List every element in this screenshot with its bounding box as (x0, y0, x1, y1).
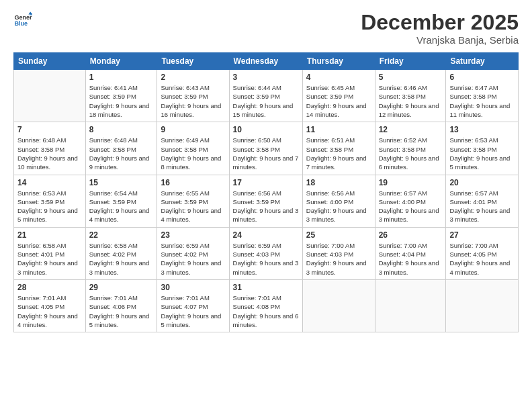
day-number: 4 (306, 73, 371, 82)
day-cell: 1Sunrise: 6:41 AM Sunset: 3:59 PM Daylig… (85, 70, 157, 122)
day-info: Sunrise: 7:01 AM Sunset: 4:06 PM Dayligh… (89, 293, 154, 329)
day-cell: 28Sunrise: 7:01 AM Sunset: 4:05 PM Dayli… (14, 279, 86, 332)
day-info: Sunrise: 7:00 AM Sunset: 4:04 PM Dayligh… (379, 241, 443, 277)
day-cell: 12Sunrise: 6:52 AM Sunset: 3:58 PM Dayli… (375, 122, 446, 175)
day-cell (14, 70, 86, 122)
day-number: 29 (89, 283, 154, 292)
day-cell: 13Sunrise: 6:53 AM Sunset: 3:58 PM Dayli… (446, 122, 519, 175)
col-monday: Monday (85, 53, 157, 70)
day-info: Sunrise: 6:41 AM Sunset: 3:59 PM Dayligh… (89, 83, 154, 119)
logo-icon: General Blue (13, 11, 32, 30)
day-number: 23 (161, 230, 225, 240)
day-info: Sunrise: 7:00 AM Sunset: 4:03 PM Dayligh… (306, 241, 371, 277)
day-number: 19 (379, 178, 443, 187)
day-info: Sunrise: 6:48 AM Sunset: 3:58 PM Dayligh… (89, 136, 154, 171)
day-cell: 21Sunrise: 6:58 AM Sunset: 4:01 PM Dayli… (14, 227, 86, 279)
day-cell: 18Sunrise: 6:56 AM Sunset: 4:00 PM Dayli… (302, 175, 375, 227)
day-number: 16 (161, 178, 225, 187)
day-info: Sunrise: 6:59 AM Sunset: 4:02 PM Dayligh… (161, 241, 225, 277)
day-number: 24 (233, 230, 299, 240)
day-info: Sunrise: 6:59 AM Sunset: 4:03 PM Dayligh… (233, 241, 299, 277)
day-cell: 8Sunrise: 6:48 AM Sunset: 3:58 PM Daylig… (85, 122, 157, 175)
day-info: Sunrise: 7:01 AM Sunset: 4:05 PM Dayligh… (17, 293, 82, 329)
day-number: 25 (306, 230, 371, 240)
day-number: 3 (233, 73, 299, 82)
calendar-table: Sunday Monday Tuesday Wednesday Thursday… (13, 52, 519, 332)
day-number: 6 (449, 73, 515, 82)
day-info: Sunrise: 6:52 AM Sunset: 3:58 PM Dayligh… (379, 136, 443, 171)
day-info: Sunrise: 6:45 AM Sunset: 3:59 PM Dayligh… (306, 83, 371, 119)
day-cell: 11Sunrise: 6:51 AM Sunset: 3:58 PM Dayli… (302, 122, 375, 175)
day-info: Sunrise: 6:58 AM Sunset: 4:02 PM Dayligh… (89, 241, 154, 277)
day-number: 20 (449, 178, 515, 187)
day-info: Sunrise: 6:50 AM Sunset: 3:58 PM Dayligh… (233, 136, 299, 171)
day-number: 17 (233, 178, 299, 187)
day-info: Sunrise: 7:01 AM Sunset: 4:07 PM Dayligh… (161, 293, 225, 329)
week-row-5: 28Sunrise: 7:01 AM Sunset: 4:05 PM Dayli… (14, 279, 519, 332)
page: General Blue December 2025 Vranjska Banj… (0, 0, 532, 411)
day-cell: 5Sunrise: 6:46 AM Sunset: 3:58 PM Daylig… (375, 70, 446, 122)
day-cell: 4Sunrise: 6:45 AM Sunset: 3:59 PM Daylig… (302, 70, 375, 122)
day-number: 5 (379, 73, 443, 82)
day-cell: 2Sunrise: 6:43 AM Sunset: 3:59 PM Daylig… (157, 70, 229, 122)
week-row-1: 1Sunrise: 6:41 AM Sunset: 3:59 PM Daylig… (14, 70, 519, 122)
day-cell: 9Sunrise: 6:49 AM Sunset: 3:58 PM Daylig… (157, 122, 229, 175)
day-info: Sunrise: 6:44 AM Sunset: 3:59 PM Dayligh… (233, 83, 299, 119)
col-thursday: Thursday (302, 53, 375, 70)
day-number: 22 (89, 230, 154, 240)
day-number: 12 (379, 125, 443, 134)
day-cell: 31Sunrise: 7:01 AM Sunset: 4:08 PM Dayli… (229, 279, 302, 332)
day-cell: 7Sunrise: 6:48 AM Sunset: 3:58 PM Daylig… (14, 122, 86, 175)
svg-text:Blue: Blue (14, 20, 28, 27)
day-info: Sunrise: 6:53 AM Sunset: 3:59 PM Dayligh… (17, 189, 82, 224)
day-number: 31 (233, 283, 299, 292)
day-number: 27 (449, 230, 515, 240)
day-info: Sunrise: 6:56 AM Sunset: 4:00 PM Dayligh… (306, 189, 371, 224)
day-number: 2 (161, 73, 225, 82)
header-row: Sunday Monday Tuesday Wednesday Thursday… (14, 53, 519, 70)
day-cell: 16Sunrise: 6:55 AM Sunset: 3:59 PM Dayli… (157, 175, 229, 227)
day-cell: 23Sunrise: 6:59 AM Sunset: 4:02 PM Dayli… (157, 227, 229, 279)
day-info: Sunrise: 6:57 AM Sunset: 4:00 PM Dayligh… (379, 189, 443, 224)
logo: General Blue (13, 11, 32, 30)
day-info: Sunrise: 6:51 AM Sunset: 3:58 PM Dayligh… (306, 136, 371, 171)
day-number: 26 (379, 230, 443, 240)
day-number: 18 (306, 178, 371, 187)
day-cell (446, 279, 519, 332)
day-cell: 26Sunrise: 7:00 AM Sunset: 4:04 PM Dayli… (375, 227, 446, 279)
day-number: 8 (89, 125, 154, 134)
col-saturday: Saturday (446, 53, 519, 70)
day-number: 30 (161, 283, 225, 292)
day-number: 21 (17, 230, 82, 240)
day-cell: 10Sunrise: 6:50 AM Sunset: 3:58 PM Dayli… (229, 122, 302, 175)
month-title: December 2025 (361, 11, 519, 34)
col-tuesday: Tuesday (157, 53, 229, 70)
day-cell: 6Sunrise: 6:47 AM Sunset: 3:58 PM Daylig… (446, 70, 519, 122)
day-info: Sunrise: 6:43 AM Sunset: 3:59 PM Dayligh… (161, 83, 225, 119)
day-info: Sunrise: 6:53 AM Sunset: 3:58 PM Dayligh… (449, 136, 515, 171)
day-info: Sunrise: 6:54 AM Sunset: 3:59 PM Dayligh… (89, 189, 154, 224)
day-cell: 30Sunrise: 7:01 AM Sunset: 4:07 PM Dayli… (157, 279, 229, 332)
day-cell (302, 279, 375, 332)
day-number: 9 (161, 125, 225, 134)
week-row-3: 14Sunrise: 6:53 AM Sunset: 3:59 PM Dayli… (14, 175, 519, 227)
title-block: December 2025 Vranjska Banja, Serbia (361, 11, 519, 46)
subtitle: Vranjska Banja, Serbia (361, 34, 519, 46)
day-number: 7 (17, 125, 82, 134)
day-cell: 29Sunrise: 7:01 AM Sunset: 4:06 PM Dayli… (85, 279, 157, 332)
day-cell: 14Sunrise: 6:53 AM Sunset: 3:59 PM Dayli… (14, 175, 86, 227)
day-number: 28 (17, 283, 82, 292)
week-row-2: 7Sunrise: 6:48 AM Sunset: 3:58 PM Daylig… (14, 122, 519, 175)
col-sunday: Sunday (14, 53, 86, 70)
day-info: Sunrise: 6:55 AM Sunset: 3:59 PM Dayligh… (161, 189, 225, 224)
day-number: 10 (233, 125, 299, 134)
day-number: 14 (17, 178, 82, 187)
day-info: Sunrise: 6:47 AM Sunset: 3:58 PM Dayligh… (449, 83, 515, 119)
day-info: Sunrise: 7:01 AM Sunset: 4:08 PM Dayligh… (233, 293, 299, 329)
day-number: 11 (306, 125, 371, 134)
day-cell: 24Sunrise: 6:59 AM Sunset: 4:03 PM Dayli… (229, 227, 302, 279)
day-info: Sunrise: 6:56 AM Sunset: 3:59 PM Dayligh… (233, 189, 299, 224)
day-info: Sunrise: 6:58 AM Sunset: 4:01 PM Dayligh… (17, 241, 82, 277)
header: General Blue December 2025 Vranjska Banj… (13, 11, 519, 46)
day-cell: 22Sunrise: 6:58 AM Sunset: 4:02 PM Dayli… (85, 227, 157, 279)
